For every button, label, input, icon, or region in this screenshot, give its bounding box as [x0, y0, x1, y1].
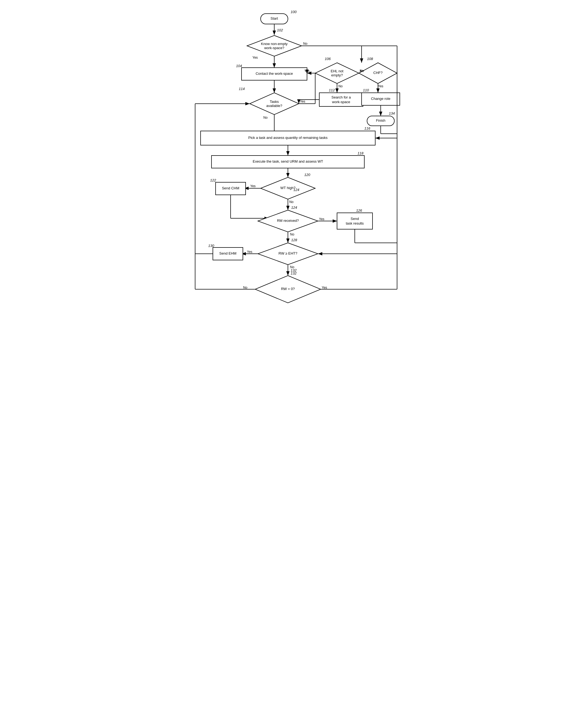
n118-label: Execute the task, send URM and assess WT — [253, 159, 323, 163]
n108-ref: 108 — [367, 57, 373, 61]
label-114-yes: Yes — [300, 100, 305, 103]
n126-ref: 126 — [356, 208, 362, 213]
label-106-yes: Yes — [304, 69, 310, 73]
n106-label-1: EHL not — [330, 69, 343, 73]
start-ref: 100 — [290, 10, 297, 14]
n110-label: Change role — [371, 97, 390, 101]
label-120-no: No — [289, 200, 294, 204]
label-132-yes: Yes — [322, 286, 327, 289]
n122-label: Send CHM — [222, 186, 239, 190]
n124-ref-label: 124 — [293, 188, 299, 192]
n112-label-1: Search for a — [331, 95, 351, 99]
n124-ref: 124 — [291, 205, 297, 210]
n120-ref: 120 — [304, 173, 310, 177]
n126-label-2: task results — [346, 221, 364, 225]
label-114-no: No — [263, 116, 268, 120]
n114-label-1: Tasks — [270, 100, 279, 104]
n106-ref: 106 — [325, 57, 331, 61]
n114-ref: 114 — [239, 87, 245, 91]
n132-label: RW = 0? — [281, 287, 295, 291]
n108-label: CHF? — [373, 71, 383, 75]
label-120-yes: Yes — [250, 184, 256, 188]
n130-label: Send EHM — [219, 251, 236, 255]
n104-label: Contact the work-space — [255, 72, 293, 76]
n112-rect — [319, 93, 363, 106]
n110-ref: 110 — [363, 88, 369, 92]
n124-label: RM received? — [277, 218, 299, 223]
n116-ref: 116 — [364, 126, 370, 130]
n114-label-2: available? — [266, 104, 282, 108]
label-106-no-down: No — [338, 84, 343, 88]
n102-label-1: Know non-empty — [261, 42, 288, 46]
label-124-no: No — [290, 232, 295, 236]
diagram-container: Start 100 102 Know non-empty work-space?… — [168, 5, 413, 311]
label-132-no: No — [243, 286, 248, 289]
n102-label-2: work-space? — [264, 46, 284, 50]
label-102-no: No — [303, 42, 307, 46]
label-102-yes: Yes — [252, 56, 258, 59]
n126-label-1: Send — [350, 217, 359, 221]
n128-label: RW ≥ EHT? — [278, 251, 297, 255]
n130-ref: 130 — [208, 244, 214, 248]
ref-102: 102 — [277, 28, 283, 32]
n118-ref: 118 — [357, 151, 363, 155]
n116-label: Pick a task and assess quantity of remai… — [248, 136, 327, 140]
label-128-yes: Yes — [247, 250, 252, 254]
n106-label-2: empty? — [331, 73, 343, 77]
finish-ref: 134 — [389, 111, 395, 115]
n112-ref: 112 — [329, 88, 335, 92]
label-108-yes: Yes — [378, 84, 383, 88]
n132-ref: 132 — [290, 271, 297, 275]
n122-ref: 122 — [210, 178, 216, 182]
n112-label-2: work-space — [332, 100, 350, 104]
label-124-yes: Yes — [319, 217, 325, 221]
n126-rect — [337, 213, 373, 229]
finish-label: Finish — [376, 119, 385, 123]
label-108-no: No — [360, 69, 364, 73]
start-label: Start — [271, 16, 278, 21]
n128-ref: 128 — [291, 238, 297, 242]
n104-ref: 104 — [236, 64, 242, 68]
